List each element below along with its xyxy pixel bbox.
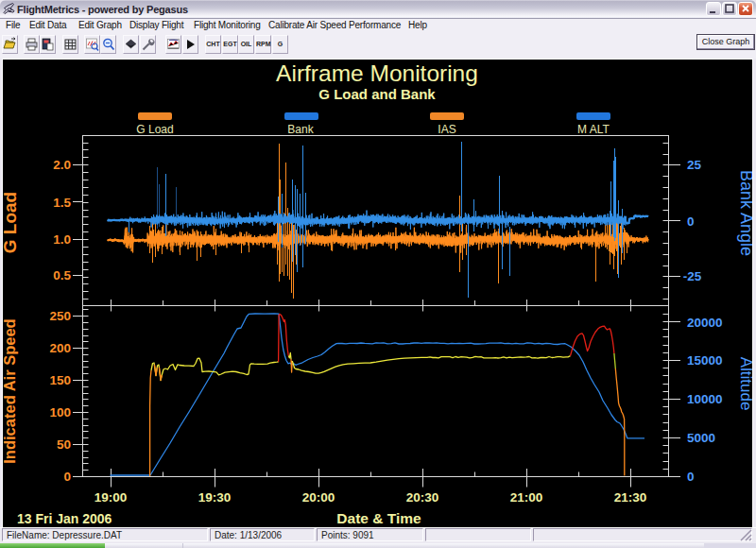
svg-text:25: 25 xyxy=(687,158,702,172)
svg-text:Altitude: Altitude xyxy=(737,357,753,411)
svg-text:13 Fri Jan 2006: 13 Fri Jan 2006 xyxy=(17,511,112,526)
svg-text:1.0: 1.0 xyxy=(53,232,71,247)
svg-text:2.0: 2.0 xyxy=(53,158,71,172)
svg-text:0: 0 xyxy=(687,214,695,229)
svg-text:IAS: IAS xyxy=(438,123,455,136)
svg-text:M ALT: M ALT xyxy=(577,123,610,136)
svg-text:250: 250 xyxy=(49,309,71,323)
svg-text:0: 0 xyxy=(63,470,71,484)
svg-text:10000: 10000 xyxy=(687,392,723,406)
svg-text:G Load and Bank: G Load and Bank xyxy=(318,86,436,102)
svg-text:150: 150 xyxy=(49,373,71,387)
svg-text:21:00: 21:00 xyxy=(510,490,543,505)
svg-text:20000: 20000 xyxy=(687,316,723,330)
svg-text:20:30: 20:30 xyxy=(406,490,439,505)
svg-text:19:30: 19:30 xyxy=(198,490,232,505)
svg-text:20:00: 20:00 xyxy=(302,490,335,505)
svg-text:50: 50 xyxy=(57,437,71,452)
svg-text:0: 0 xyxy=(687,470,695,484)
svg-text:21:30: 21:30 xyxy=(614,490,647,505)
svg-text:G Load: G Load xyxy=(136,123,173,136)
svg-text:1.5: 1.5 xyxy=(53,196,71,210)
svg-text:19:00: 19:00 xyxy=(94,490,128,505)
svg-text:Date & Time: Date & Time xyxy=(336,510,421,526)
svg-text:5000: 5000 xyxy=(687,431,715,445)
svg-text:-25: -25 xyxy=(683,269,702,283)
svg-text:Airframe Monitoring: Airframe Monitoring xyxy=(276,60,478,86)
svg-text:G Load: G Load xyxy=(2,192,20,253)
svg-text:Bank Angle: Bank Angle xyxy=(737,170,752,256)
svg-text:15000: 15000 xyxy=(687,353,723,368)
svg-text:Bank: Bank xyxy=(287,123,314,136)
svg-text:200: 200 xyxy=(49,341,71,355)
svg-text:0.5: 0.5 xyxy=(53,268,71,283)
svg-text:Indicated Air Speed: Indicated Air Speed xyxy=(2,318,18,463)
svg-text:100: 100 xyxy=(49,405,71,420)
